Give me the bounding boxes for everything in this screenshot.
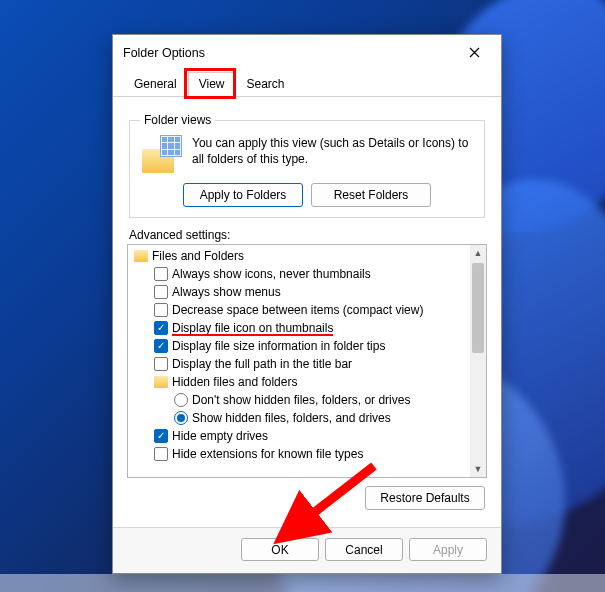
- tree-item-label: Always show icons, never thumbnails: [172, 267, 371, 281]
- tree-item[interactable]: ✓Display file icon on thumbnails: [130, 319, 486, 337]
- checkbox-icon[interactable]: [154, 285, 168, 299]
- titlebar: Folder Options: [113, 35, 501, 71]
- tree-item[interactable]: Display the full path in the title bar: [130, 355, 486, 373]
- advanced-settings-label: Advanced settings:: [129, 228, 487, 242]
- tree-item[interactable]: Show hidden files, folders, and drives: [130, 409, 486, 427]
- tree-item-label: Display the full path in the title bar: [172, 357, 352, 371]
- radio-icon[interactable]: [174, 393, 188, 407]
- tree-item: Hidden files and folders: [130, 373, 486, 391]
- folder-views-icon: [140, 135, 182, 175]
- tab-strip: General View Search: [113, 71, 501, 97]
- tree-item-label: Always show menus: [172, 285, 281, 299]
- advanced-settings-tree[interactable]: Files and FoldersAlways show icons, neve…: [127, 244, 487, 478]
- tab-label: View: [199, 77, 225, 91]
- tree-item-label: Don't show hidden files, folders, or dri…: [192, 393, 410, 407]
- tab-general[interactable]: General: [123, 72, 188, 97]
- tree-item[interactable]: ✓Display file size information in folder…: [130, 337, 486, 355]
- radio-icon[interactable]: [174, 411, 188, 425]
- taskbar: [0, 574, 605, 592]
- tab-search[interactable]: Search: [236, 72, 296, 97]
- tree-item-label: Hide extensions for known file types: [172, 447, 363, 461]
- tab-view[interactable]: View: [188, 72, 236, 97]
- tree-item-label: Display file size information in folder …: [172, 339, 385, 353]
- folder-icon: [134, 250, 148, 262]
- tree-item-label: Files and Folders: [152, 249, 244, 263]
- ok-button[interactable]: OK: [241, 538, 319, 561]
- tree-item: Files and Folders: [130, 247, 486, 265]
- scrollbar[interactable]: ▲ ▼: [470, 245, 486, 477]
- close-button[interactable]: [455, 39, 493, 67]
- checkbox-icon[interactable]: [154, 357, 168, 371]
- apply-button[interactable]: Apply: [409, 538, 487, 561]
- tab-label: General: [134, 77, 177, 91]
- tree-item-label: Show hidden files, folders, and drives: [192, 411, 391, 425]
- close-icon: [469, 46, 480, 61]
- checkbox-icon[interactable]: [154, 447, 168, 461]
- apply-to-folders-button[interactable]: Apply to Folders: [183, 183, 303, 207]
- folder-options-dialog: Folder Options General View Search Folde…: [112, 34, 502, 574]
- dialog-button-row: OK Cancel Apply: [113, 527, 501, 573]
- tab-label: Search: [247, 77, 285, 91]
- tree-item-label: Hidden files and folders: [172, 375, 297, 389]
- tree-item[interactable]: Always show menus: [130, 283, 486, 301]
- tree-item[interactable]: Always show icons, never thumbnails: [130, 265, 486, 283]
- checkbox-icon[interactable]: ✓: [154, 321, 168, 335]
- tree-item[interactable]: ✓Hide empty drives: [130, 427, 486, 445]
- cancel-button[interactable]: Cancel: [325, 538, 403, 561]
- scroll-down-icon[interactable]: ▼: [470, 461, 486, 477]
- folder-views-legend: Folder views: [140, 113, 215, 127]
- reset-folders-button[interactable]: Reset Folders: [311, 183, 431, 207]
- checkbox-icon[interactable]: ✓: [154, 429, 168, 443]
- tree-item-label: Display file icon on thumbnails: [172, 321, 333, 335]
- folder-views-group: Folder views You can apply this view (su…: [129, 113, 485, 218]
- tree-item-label: Hide empty drives: [172, 429, 268, 443]
- checkbox-icon[interactable]: [154, 303, 168, 317]
- dialog-title: Folder Options: [123, 46, 205, 60]
- folder-views-text: You can apply this view (such as Details…: [192, 135, 474, 175]
- tree-item[interactable]: Hide extensions for known file types: [130, 445, 486, 463]
- tree-item[interactable]: Don't show hidden files, folders, or dri…: [130, 391, 486, 409]
- folder-icon: [154, 376, 168, 388]
- checkbox-icon[interactable]: ✓: [154, 339, 168, 353]
- scroll-up-icon[interactable]: ▲: [470, 245, 486, 261]
- checkbox-icon[interactable]: [154, 267, 168, 281]
- tree-item[interactable]: Decrease space between items (compact vi…: [130, 301, 486, 319]
- scrollbar-thumb[interactable]: [472, 263, 484, 353]
- restore-defaults-button[interactable]: Restore Defaults: [365, 486, 485, 510]
- tree-item-label: Decrease space between items (compact vi…: [172, 303, 423, 317]
